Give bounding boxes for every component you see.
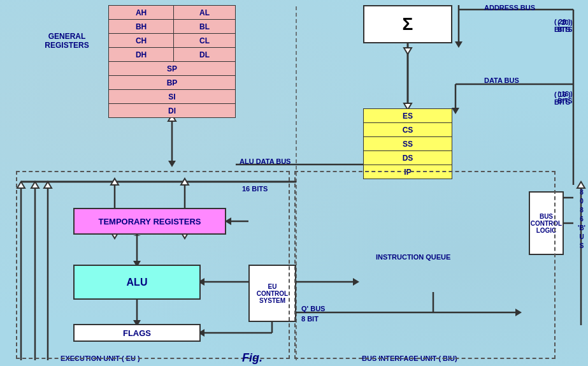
alu-data-bus-label: ALU DATA BUS: [240, 157, 290, 165]
reg-ah: AH: [109, 6, 174, 20]
reg-di: DI: [109, 104, 236, 118]
reg-dl: DL: [174, 48, 236, 62]
sigma-box: Σ: [363, 5, 452, 43]
general-registers-label: GENERAL REGISTERS: [38, 32, 96, 50]
address-bits-detail: ( 20 )BITS: [549, 19, 581, 33]
svg-marker-52: [577, 182, 585, 188]
data-bus-label: DATA BUS: [484, 77, 519, 84]
general-registers: AH AL BH BL CH CL DH DL SP BP SI DI: [108, 5, 236, 118]
reg-bh: BH: [109, 20, 174, 34]
reg-sp: SP: [109, 62, 236, 76]
svg-marker-9: [404, 48, 412, 54]
reg-al: AL: [174, 6, 236, 20]
reg-dh: DH: [109, 48, 174, 62]
svg-marker-4: [455, 41, 463, 48]
reg-ch: CH: [109, 34, 174, 48]
bus-8086-label: 8086'B'US: [578, 188, 585, 251]
biu-boundary: [294, 171, 556, 359]
segment-registers: ES CS SS DS IP: [363, 108, 452, 179]
reg-bp: BP: [109, 76, 236, 90]
reg-si: SI: [109, 90, 236, 104]
reg-ds: DS: [364, 151, 452, 165]
reg-ss: SS: [364, 137, 452, 151]
eu-boundary: [16, 171, 290, 359]
reg-cl: CL: [174, 34, 236, 48]
data-bits-detail: ( 16 )BITS: [549, 91, 581, 105]
address-bus-label: ADDRESS BUS: [484, 4, 535, 11]
svg-marker-15: [168, 161, 176, 167]
figure-label: Fig.: [242, 351, 262, 365]
reg-bl: BL: [174, 20, 236, 34]
reg-cs: CS: [364, 123, 452, 137]
reg-es: ES: [364, 109, 452, 123]
svg-marker-7: [452, 108, 459, 114]
diagram-container: AH AL BH BL CH CL DH DL SP BP SI DI GENE…: [0, 0, 588, 366]
